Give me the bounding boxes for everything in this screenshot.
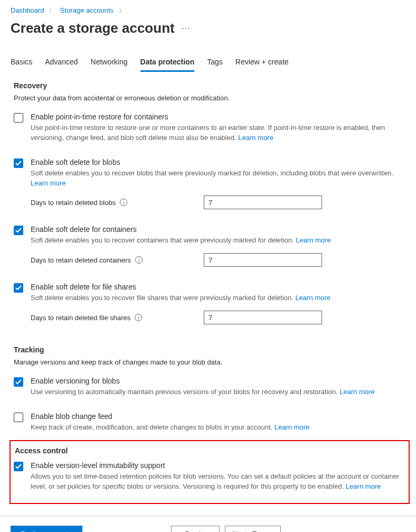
soft-delete-containers-label: Enable soft delete for containers	[31, 225, 405, 234]
tab-review-create[interactable]: Review + create	[235, 54, 289, 72]
retain-containers-label: Days to retain deleted containers	[31, 256, 131, 264]
pitr-learn-more[interactable]: Learn more	[238, 134, 273, 142]
pitr-checkbox[interactable]	[14, 113, 23, 123]
info-icon[interactable]: i	[120, 199, 127, 206]
info-icon[interactable]: i	[135, 256, 143, 264]
tab-tags[interactable]: Tags	[207, 54, 223, 72]
breadcrumb-dashboard[interactable]: Dashboard	[11, 6, 44, 14]
footer-divider	[0, 516, 416, 516]
change-feed-description: Keep track of create, modification, and …	[31, 423, 405, 433]
soft-delete-blobs-checkbox[interactable]	[14, 158, 23, 168]
tracking-heading: Tracking	[14, 346, 405, 354]
soft-delete-containers-checkbox[interactable]	[14, 226, 23, 235]
soft-delete-blobs-description: Soft delete enables you to recover blobs…	[31, 169, 405, 189]
versioning-label: Enable versioning for blobs	[31, 377, 405, 385]
tab-basics[interactable]: Basics	[11, 54, 32, 72]
tab-data-protection[interactable]: Data protection	[140, 54, 195, 72]
breadcrumb-storage-accounts[interactable]: Storage accounts	[60, 6, 114, 14]
access-control-heading: Access control	[15, 446, 405, 455]
chevron-right-icon: 〉	[49, 7, 55, 14]
retain-containers-input[interactable]	[204, 253, 322, 267]
tab-advanced[interactable]: Advanced	[45, 54, 78, 72]
wizard-footer: Review + create < Previous Next : Tags >	[11, 526, 405, 532]
immutability-description: Allows you to set time-based retention p…	[31, 472, 405, 492]
change-feed-checkbox[interactable]	[14, 413, 23, 422]
change-feed-learn-more[interactable]: Learn more	[275, 423, 309, 431]
chevron-right-icon: 〉	[119, 7, 125, 14]
more-icon[interactable]: ···	[182, 24, 190, 33]
soft-delete-containers-description: Soft delete enables you to recover conta…	[31, 236, 405, 246]
previous-button[interactable]: < Previous	[171, 526, 220, 532]
change-feed-label: Enable blob change feed	[31, 412, 405, 421]
immutability-checkbox[interactable]	[14, 462, 23, 471]
soft-delete-fileshares-checkbox[interactable]	[14, 283, 23, 293]
soft-delete-fileshares-label: Enable soft delete for file shares	[31, 283, 405, 291]
wizard-tabs: Basics Advanced Networking Data protecti…	[11, 54, 405, 72]
retain-fileshares-input[interactable]	[204, 311, 322, 324]
tab-networking[interactable]: Networking	[91, 54, 128, 72]
soft-delete-blobs-label: Enable soft delete for blobs	[31, 158, 405, 166]
pitr-label: Enable point-in-time restore for contain…	[31, 113, 405, 121]
retain-blobs-label: Days to retain deleted blobs	[31, 199, 116, 207]
soft-delete-blobs-learn-more[interactable]: Learn more	[31, 179, 65, 187]
immutability-label: Enable version-level immutability suppor…	[31, 461, 405, 470]
immutability-learn-more[interactable]: Learn more	[346, 482, 381, 490]
versioning-description: Use versioning to automatically maintain…	[31, 387, 405, 397]
page-title: Create a storage account	[11, 20, 175, 36]
recovery-description: Protect your data from accidental or err…	[14, 94, 405, 102]
versioning-learn-more[interactable]: Learn more	[339, 388, 374, 396]
recovery-heading: Recovery	[14, 81, 405, 90]
tracking-description: Manage versions and keep track of change…	[14, 358, 405, 366]
versioning-checkbox[interactable]	[14, 377, 23, 387]
soft-delete-containers-learn-more[interactable]: Learn more	[296, 236, 330, 244]
soft-delete-fileshares-description: Soft delete enables you to recover file …	[31, 293, 405, 303]
retain-fileshares-label: Days to retain deleted file shares	[31, 314, 130, 322]
info-icon[interactable]: i	[135, 314, 142, 321]
review-create-button[interactable]: Review + create	[11, 526, 82, 532]
next-button[interactable]: Next : Tags >	[225, 526, 281, 532]
soft-delete-fileshares-learn-more[interactable]: Learn more	[296, 294, 330, 302]
breadcrumb: Dashboard 〉 Storage accounts 〉	[11, 6, 405, 15]
access-control-highlight: Access control Enable version-level immu…	[10, 440, 410, 505]
retain-blobs-input[interactable]	[204, 195, 322, 209]
pitr-description: Use point-in-time restore to restore one…	[31, 123, 405, 143]
